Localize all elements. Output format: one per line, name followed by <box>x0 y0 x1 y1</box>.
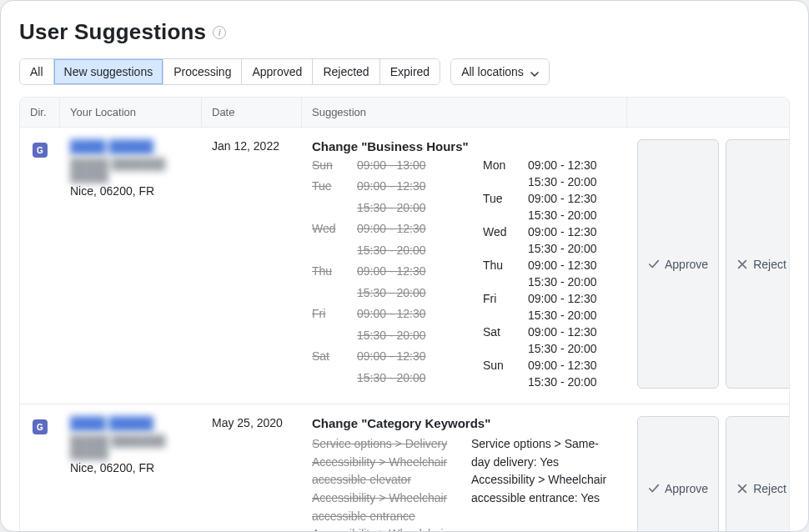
page: User Suggestions i All New suggestions P… <box>1 1 808 532</box>
new-slot: 15:30 - 20:00 <box>528 275 629 289</box>
dir-badge: G <box>33 419 48 434</box>
new-slot: 09:00 - 12:30 <box>528 292 629 305</box>
location-sub-blurred: █████ ███████ █████ <box>70 434 192 459</box>
new-day: Tue <box>483 192 520 205</box>
new-slot: 09:00 - 12:30 <box>528 359 629 372</box>
approve-button[interactable]: Approve <box>637 416 719 532</box>
new-slot: 15:30 - 20:00 <box>528 242 629 255</box>
keywords-new-col: Service options > Same-day delivery: Yes… <box>471 435 617 532</box>
cell-suggestion: Change "Category Keywords" Service optio… <box>302 416 627 532</box>
tabs: All New suggestions Processing Approved … <box>19 58 440 85</box>
table-row: G ████ █████ █████ ███████ █████ Nice, 0… <box>20 128 789 404</box>
keyword-old: Accessibility > Wheelchair accessible en… <box>312 489 458 525</box>
suggestions-table: Dir. Your Location Date Suggestion G ███… <box>19 97 790 532</box>
tab-processing[interactable]: Processing <box>163 59 242 84</box>
old-day: Sun <box>312 158 349 176</box>
page-title: User Suggestions i <box>19 19 790 45</box>
location-sub-blurred: █████ ███████ █████ <box>70 158 192 183</box>
close-icon <box>736 258 748 270</box>
info-icon[interactable]: i <box>213 26 226 39</box>
check-icon <box>648 258 660 270</box>
tab-expired[interactable]: Expired <box>380 59 440 84</box>
approve-button[interactable]: Approve <box>637 139 719 389</box>
new-slot: 09:00 - 12:30 <box>528 225 629 238</box>
new-slot: 15:30 - 20:00 <box>528 208 629 222</box>
old-slot: 09:00 - 12:30 <box>357 349 458 367</box>
old-slot: 09:00 - 12:30 <box>357 179 458 197</box>
cell-dir: G <box>20 416 60 532</box>
approve-label: Approve <box>665 258 708 271</box>
location-name-blurred: ████ █████ <box>70 139 153 153</box>
reject-label: Reject <box>753 258 786 271</box>
cell-suggestion: Change "Business Hours" Sun 09:00 - 13:0… <box>302 139 627 389</box>
cell-location: ████ █████ █████ ███████ █████ Nice, 062… <box>60 416 202 532</box>
location-address: Nice, 06200, FR <box>70 184 154 198</box>
new-slot: 15:30 - 20:00 <box>528 309 629 322</box>
tab-new-suggestions[interactable]: New suggestions <box>54 59 164 84</box>
new-day: Wed <box>483 225 520 238</box>
old-slot: 09:00 - 13:00 <box>357 158 458 176</box>
col-dir: Dir. <box>20 98 60 127</box>
location-name-blurred: ████ █████ <box>70 416 153 430</box>
cell-location: ████ █████ █████ ███████ █████ Nice, 062… <box>60 139 202 389</box>
cell-date: Jan 12, 2022 <box>202 139 302 389</box>
hours-grid: Sun 09:00 - 13:00 Tue 09:00 - 12:30 15:3… <box>312 158 617 389</box>
new-slot: 09:00 - 12:30 <box>528 158 629 172</box>
keyword-new: Accessibility > Wheelchair accessible en… <box>471 471 617 507</box>
new-slot: 09:00 - 12:30 <box>528 258 629 272</box>
col-suggestion: Suggestion <box>302 98 627 127</box>
keyword-new: Service options > Same-day delivery: Yes <box>471 435 617 471</box>
table-header: Dir. Your Location Date Suggestion <box>20 98 789 128</box>
page-title-text: User Suggestions <box>19 19 206 45</box>
chevron-down-icon <box>530 68 539 76</box>
location-filter-dropdown[interactable]: All locations <box>450 58 550 85</box>
old-slot: 15:30 - 20:00 <box>357 201 458 218</box>
check-icon <box>648 483 660 494</box>
cell-dir: G <box>20 139 60 389</box>
location-filter-label: All locations <box>461 65 524 78</box>
keywords-old-col: Service options > Delivery Accessibility… <box>312 435 458 532</box>
reject-button[interactable]: Reject <box>726 416 790 532</box>
cell-actions: Approve Reject <box>627 139 790 389</box>
new-day: Sun <box>483 359 520 372</box>
dir-badge: G <box>33 143 48 158</box>
filter-bar: All New suggestions Processing Approved … <box>19 58 790 85</box>
cell-date: May 25, 2020 <box>202 416 302 532</box>
tab-rejected[interactable]: Rejected <box>313 59 379 84</box>
new-slot: 15:30 - 20:00 <box>528 342 629 355</box>
new-day: Thu <box>483 258 520 272</box>
reject-label: Reject <box>753 482 786 495</box>
tab-all[interactable]: All <box>20 59 54 84</box>
col-actions <box>627 98 789 127</box>
suggestion-title: Change "Business Hours" <box>312 139 617 153</box>
hours-old-col: Sun 09:00 - 13:00 Tue 09:00 - 12:30 15:3… <box>312 158 458 389</box>
old-day: Fri <box>312 307 349 324</box>
new-day: Fri <box>483 292 520 305</box>
old-slot: 09:00 - 12:30 <box>357 307 458 324</box>
new-slot: 15:30 - 20:00 <box>528 175 629 188</box>
hours-new-col: Mon 09:00 - 12:30 15:30 - 20:00 Tue 09:0… <box>483 158 629 389</box>
new-slot: 09:00 - 12:30 <box>528 192 629 205</box>
keyword-old: Service options > Delivery <box>312 435 458 454</box>
old-day: Thu <box>312 264 349 282</box>
old-slot: 15:30 - 20:00 <box>357 329 458 346</box>
old-day: Sat <box>312 349 349 367</box>
new-slot: 15:30 - 20:00 <box>528 375 629 389</box>
reject-button[interactable]: Reject <box>726 139 790 389</box>
new-day: Mon <box>483 158 520 172</box>
approve-label: Approve <box>665 482 708 495</box>
old-day: Wed <box>312 222 349 239</box>
keywords-grid: Service options > Delivery Accessibility… <box>312 435 617 532</box>
old-slot: 15:30 - 20:00 <box>357 243 458 261</box>
col-location: Your Location <box>60 98 202 127</box>
location-address: Nice, 06200, FR <box>70 461 154 474</box>
table-row: G ████ █████ █████ ███████ █████ Nice, 0… <box>20 404 789 532</box>
tab-approved[interactable]: Approved <box>242 59 313 84</box>
close-icon <box>736 483 748 494</box>
old-slot: 09:00 - 12:30 <box>357 222 458 239</box>
cell-actions: Approve Reject <box>627 416 790 532</box>
keyword-old: Accessibility > Wheelchair accessible el… <box>312 454 458 489</box>
old-slot: 15:30 - 20:00 <box>357 371 458 389</box>
keyword-old: Accessibility > Wheelchair accessible pa… <box>312 525 458 532</box>
new-slot: 09:00 - 12:30 <box>528 325 629 339</box>
